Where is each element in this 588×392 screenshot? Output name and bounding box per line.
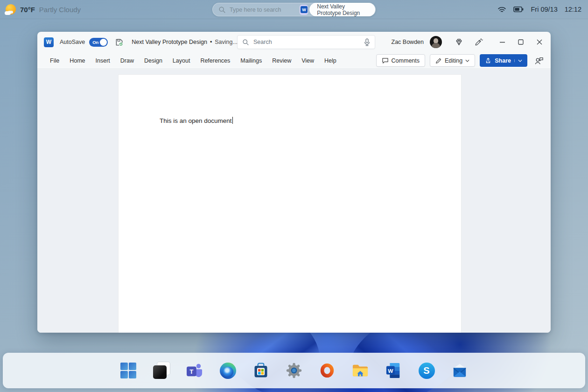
desktop-top-bar: 70°F Partly Cloudy W Next Valley Prototy… <box>0 0 588 19</box>
microphone-icon[interactable] <box>364 38 370 46</box>
document-page[interactable]: This is an open document <box>118 74 462 333</box>
save-sync-icon[interactable] <box>115 38 124 47</box>
autosave-toggle[interactable]: On <box>89 38 108 47</box>
sun-cloud-icon <box>6 4 16 14</box>
taskbar: T <box>3 353 585 388</box>
editing-label: Editing <box>445 57 462 64</box>
document-text: This is an open document <box>160 117 233 124</box>
windows-logo-icon <box>120 363 136 378</box>
svg-text:T: T <box>189 368 193 375</box>
autosave-state: On <box>92 40 98 45</box>
store-app-button[interactable] <box>252 361 270 380</box>
minimize-button[interactable] <box>495 35 510 49</box>
share-icon <box>485 57 491 64</box>
tab-home[interactable]: Home <box>64 52 90 69</box>
ribbon-right-cluster: Comments Editing Shar <box>376 54 546 68</box>
person-chat-icon[interactable] <box>532 54 546 68</box>
document-canvas: This is an open document <box>37 70 551 333</box>
tab-file[interactable]: File <box>45 52 64 69</box>
settings-app-button[interactable] <box>285 361 303 380</box>
word-icon[interactable]: W <box>300 5 308 15</box>
mail-app-button[interactable] <box>450 361 469 380</box>
running-app-pill[interactable]: Next Valley Prototype Design <box>309 3 375 16</box>
word-icon[interactable]: W <box>44 37 54 47</box>
svg-text:W: W <box>388 368 393 374</box>
search-icon <box>218 6 226 14</box>
desktop-search-bar[interactable]: W Next Valley Prototype Design <box>212 3 376 16</box>
office-icon <box>319 362 335 379</box>
tray-time[interactable]: 12:12 <box>565 6 581 13</box>
wifi-icon[interactable] <box>497 6 506 13</box>
document-title: Next Valley Prototype Design <box>132 39 207 45</box>
file-explorer-button[interactable] <box>351 361 370 380</box>
store-icon <box>252 362 269 379</box>
task-view-icon <box>153 362 170 379</box>
autosave-label: AutoSave <box>60 39 85 45</box>
weather-widget[interactable]: 70°F Partly Cloudy <box>6 0 81 19</box>
tab-draw[interactable]: Draw <box>115 52 139 69</box>
titlebar-right-cluster: Zac Bowden <box>392 35 547 49</box>
battery-icon[interactable] <box>513 6 524 13</box>
start-button[interactable] <box>119 361 138 380</box>
running-app-task[interactable]: W Next Valley Prototype Design <box>300 3 375 16</box>
weather-condition: Partly Cloudy <box>39 6 81 14</box>
editing-mode-button[interactable]: Editing <box>430 54 475 67</box>
chevron-down-icon <box>465 59 469 62</box>
chevron-down-icon <box>514 59 522 62</box>
comments-label: Comments <box>392 57 420 64</box>
tab-references[interactable]: References <box>195 52 235 69</box>
pen-sparkle-icon[interactable] <box>471 35 485 49</box>
comments-button[interactable]: Comments <box>376 54 425 67</box>
settings-gear-icon <box>286 362 302 379</box>
office-app-button[interactable] <box>318 361 336 380</box>
tab-mailings[interactable]: Mailings <box>235 52 267 69</box>
word-window: W AutoSave On Next Valley Prototype Desi… <box>37 32 551 333</box>
tab-layout[interactable]: Layout <box>168 52 196 69</box>
search-icon <box>242 39 249 46</box>
word-titlebar: W AutoSave On Next Valley Prototype Desi… <box>37 32 551 52</box>
account-name[interactable]: Zac Bowden <box>392 39 424 45</box>
tab-design[interactable]: Design <box>139 52 168 69</box>
ribbon-tab-bar: File Home Insert Draw Design Layout Refe… <box>37 52 551 69</box>
avatar[interactable] <box>430 36 442 48</box>
tab-insert[interactable]: Insert <box>91 52 115 69</box>
avatar-body <box>432 43 440 48</box>
desktop-search-input[interactable] <box>230 7 300 13</box>
edge-icon <box>220 363 236 379</box>
word-app-button[interactable]: W <box>384 361 403 380</box>
teams-app-button[interactable]: T <box>185 361 204 380</box>
text-caret <box>232 117 233 124</box>
teams-icon: T <box>186 363 203 378</box>
title-separator: • <box>210 39 212 45</box>
running-app-label: Next Valley Prototype Design <box>317 3 368 16</box>
word-search-box[interactable] <box>237 35 375 49</box>
pencil-icon <box>435 57 442 64</box>
tray-date[interactable]: Fri 09/13 <box>531 6 557 13</box>
word-search-input[interactable] <box>253 39 364 45</box>
task-view-button[interactable] <box>152 361 171 380</box>
comment-icon <box>382 57 389 64</box>
word-icon: W <box>385 362 401 379</box>
system-tray: Fri 09/13 12:12 <box>497 0 581 19</box>
document-title-group[interactable]: Next Valley Prototype Design • Saving... <box>132 39 245 45</box>
toggle-knob <box>100 39 107 46</box>
close-button[interactable] <box>532 35 547 49</box>
skype-app-button[interactable]: S <box>417 361 436 380</box>
skype-icon: S <box>419 363 435 379</box>
tab-help[interactable]: Help <box>319 52 342 69</box>
weather-temp: 70°F <box>20 6 35 14</box>
share-button[interactable]: Share <box>480 54 527 67</box>
share-label: Share <box>495 57 511 64</box>
tab-view[interactable]: View <box>296 52 319 69</box>
tab-review[interactable]: Review <box>267 52 296 69</box>
mail-icon <box>451 363 469 378</box>
gem-icon[interactable] <box>452 35 466 49</box>
edge-app-button[interactable] <box>218 361 237 380</box>
maximize-button[interactable] <box>513 35 528 49</box>
svg-text:W: W <box>302 7 306 12</box>
file-explorer-icon <box>351 363 369 378</box>
saving-status: Saving... <box>215 39 238 45</box>
